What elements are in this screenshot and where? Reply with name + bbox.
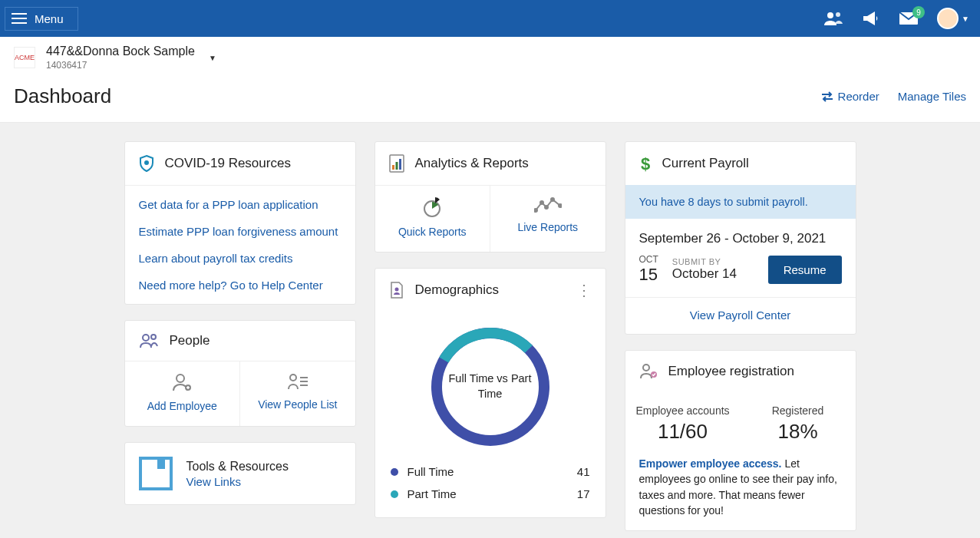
add-employee-button[interactable]: Add Employee [125, 361, 240, 426]
contacts-icon[interactable] [823, 10, 843, 27]
tile-title: Current Payroll [662, 156, 749, 171]
tile-demographics: Demographics ⋮ Full Time vs Part Time [375, 268, 606, 518]
dollar-icon: $ [639, 154, 652, 173]
manage-tiles-button[interactable]: Manage Tiles [898, 90, 966, 103]
quick-reports-label: Quick Reports [398, 226, 467, 238]
covid-link[interactable]: Get data for a PPP loan application [139, 198, 342, 211]
mail-icon[interactable]: 9 [899, 11, 919, 26]
chevron-down-icon: ▼ [209, 54, 216, 62]
company-id: 14036417 [46, 60, 195, 71]
quick-reports-button[interactable]: Quick Reports [375, 186, 490, 252]
reorder-button[interactable]: Reorder [821, 90, 879, 103]
metric-value: 18% [741, 420, 856, 444]
submit-by-date: October 14 [672, 266, 737, 282]
svg-rect-14 [395, 162, 398, 170]
tile-people: People Add Employee View People List [124, 320, 356, 427]
submit-by-label: SUBMIT BY [672, 257, 737, 266]
bookmark-box-icon [139, 457, 173, 490]
swap-icon [821, 91, 833, 102]
people-icon [139, 333, 159, 348]
hamburger-icon [12, 13, 27, 24]
manage-tiles-label: Manage Tiles [898, 90, 966, 103]
svg-point-6 [177, 375, 184, 382]
svg-point-18 [540, 201, 543, 204]
people-list-icon [287, 372, 309, 391]
document-person-icon [389, 281, 404, 299]
tile-title: COVID-19 Resources [165, 156, 291, 171]
megaphone-icon[interactable] [862, 10, 880, 27]
legend-dot [391, 468, 398, 476]
mail-badge: 9 [912, 6, 925, 18]
svg-point-1 [836, 12, 840, 17]
tile-payroll: $ Current Payroll You have 8 days to sub… [625, 141, 856, 335]
svg-text:$: $ [640, 154, 649, 173]
dashboard-header: Dashboard Reorder Manage Tiles [0, 77, 980, 123]
svg-point-26 [643, 365, 649, 371]
legend-row: Full Time 41 [391, 460, 590, 483]
check-day: 15 [639, 265, 658, 285]
avatar [937, 8, 959, 29]
report-icon [389, 154, 404, 173]
svg-point-21 [559, 204, 562, 207]
topbar-actions: 9 ▼ [823, 8, 969, 29]
company-selector[interactable]: ACME 447&&Donna Bock Sample 14036417 ▼ [0, 37, 980, 77]
svg-point-5 [151, 335, 156, 339]
menu-button[interactable]: Menu [5, 7, 78, 31]
svg-point-4 [143, 335, 149, 341]
view-links-button[interactable]: View Links [186, 475, 289, 488]
topbar: Menu 9 ▼ [0, 0, 980, 37]
menu-label: Menu [35, 12, 64, 25]
donut-center-label: Full Time vs Part Time [444, 371, 536, 401]
legend-row: Part Time 17 [391, 483, 590, 505]
view-people-label: View People List [258, 398, 337, 411]
metric-label: Registered [741, 404, 856, 417]
metric-value: 11/60 [625, 420, 741, 444]
svg-point-3 [145, 161, 148, 164]
covid-link[interactable]: Learn about payroll tax credits [139, 252, 342, 265]
check-month: OCT [639, 254, 658, 265]
svg-point-20 [551, 198, 554, 201]
legend-value: 41 [577, 465, 590, 478]
donut-chart: Full Time vs Part Time [429, 325, 552, 448]
payroll-period: September 26 - October 9, 2021 [625, 219, 856, 254]
tile-grid: COVID-19 Resources Get data for a PPP lo… [0, 123, 980, 538]
covid-link[interactable]: Estimate PPP loan forgiveness amount [139, 225, 342, 238]
covid-link[interactable]: Need more help? Go to Help Center [139, 279, 342, 292]
tile-covid: COVID-19 Resources Get data for a PPP lo… [124, 141, 356, 305]
line-chart-icon [534, 196, 562, 213]
svg-rect-15 [399, 159, 401, 170]
live-reports-label: Live Reports [517, 221, 578, 233]
chevron-down-icon: ▼ [962, 15, 969, 23]
legend-value: 17 [577, 487, 590, 500]
covid-links: Get data for a PPP loan application Esti… [125, 186, 355, 304]
svg-point-19 [545, 206, 548, 209]
svg-rect-13 [392, 165, 394, 170]
view-people-button[interactable]: View People List [239, 361, 355, 426]
payroll-banner: You have 8 days to submit payroll. [625, 185, 856, 219]
tile-title: Demographics [415, 282, 500, 298]
tile-analytics: Analytics & Reports Quick Reports Live R… [375, 141, 606, 252]
pie-clock-icon [421, 196, 443, 218]
avatar-menu[interactable]: ▼ [937, 8, 969, 29]
live-reports-button[interactable]: Live Reports [490, 186, 605, 252]
metric-registered: Registered 18% [741, 404, 856, 444]
kebab-menu[interactable]: ⋮ [576, 281, 592, 299]
reorder-label: Reorder [838, 90, 879, 103]
tile-title: Tools & Resources [186, 460, 289, 474]
company-logo: ACME [14, 47, 35, 68]
submit-by: SUBMIT BY October 14 [672, 257, 737, 282]
svg-point-8 [290, 375, 296, 381]
svg-point-0 [827, 12, 833, 18]
resume-button[interactable]: Resume [768, 256, 842, 284]
page-title: Dashboard [14, 84, 111, 108]
view-payroll-center-link[interactable]: View Payroll Center [690, 309, 790, 322]
legend-dot [391, 490, 398, 498]
metric-accounts: Employee accounts 11/60 [625, 404, 741, 444]
tile-title: People [170, 333, 210, 348]
metric-label: Employee accounts [625, 404, 741, 417]
check-date: OCT 15 [639, 254, 658, 285]
tile-title: Analytics & Reports [415, 156, 529, 171]
company-name: 447&&Donna Bock Sample [46, 45, 195, 58]
shield-icon [139, 154, 154, 173]
tile-title: Employee registration [668, 364, 794, 379]
